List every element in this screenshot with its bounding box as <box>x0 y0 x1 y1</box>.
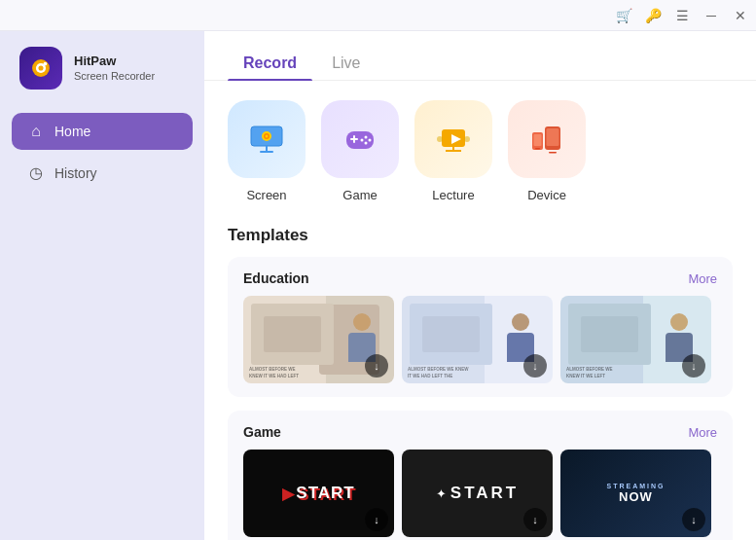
game-template-3[interactable]: STREAMING NOW ↓ <box>560 450 711 537</box>
home-icon: ⌂ <box>27 123 45 140</box>
download-game-1[interactable]: ↓ <box>365 508 388 531</box>
brand-sub: Screen Recorder <box>74 69 155 83</box>
device-label: Device <box>527 188 566 202</box>
close-icon[interactable]: ✕ <box>733 8 748 23</box>
main-content: Record Live Screen <box>204 31 756 540</box>
svg-rect-27 <box>534 134 542 146</box>
clock-icon: ◷ <box>27 163 45 182</box>
svg-point-16 <box>365 142 368 145</box>
menu-icon[interactable]: ☰ <box>674 8 690 23</box>
sidebar-item-home[interactable]: ⌂ Home <box>12 113 193 150</box>
game-label: Game <box>342 188 377 202</box>
education-items: ALMOST BEFORE WEKNEW IT WE HAD LEFT ↓ <box>243 296 717 383</box>
cart-icon[interactable]: 🛒 <box>616 8 631 23</box>
svg-point-10 <box>266 135 269 138</box>
record-option-game[interactable]: Game <box>321 100 399 202</box>
templates-title: Templates <box>228 226 733 245</box>
sidebar-history-label: History <box>54 165 97 181</box>
window-controls: 🛒 🔑 ☰ ─ ✕ <box>616 8 748 23</box>
svg-point-15 <box>369 139 372 142</box>
svg-rect-25 <box>547 128 559 146</box>
svg-point-23 <box>464 136 470 142</box>
svg-rect-13 <box>353 135 355 143</box>
record-options: Screen Game <box>204 81 756 222</box>
svg-point-3 <box>44 62 48 66</box>
lecture-label: Lecture <box>432 188 474 202</box>
sidebar-home-label: Home <box>54 124 90 139</box>
download-game-3[interactable]: ↓ <box>682 508 705 531</box>
category-header-education: Education More <box>243 270 717 286</box>
edu-template-1[interactable]: ALMOST BEFORE WEKNEW IT WE HAD LEFT ↓ <box>243 296 394 383</box>
device-option-icon <box>508 100 586 178</box>
sidebar: HitPaw Screen Recorder ⌂ Home ◷ History <box>0 0 204 540</box>
tab-record[interactable]: Record <box>228 47 312 80</box>
lecture-option-icon <box>414 100 492 178</box>
game-template-1[interactable]: ▶ START ↓ <box>243 450 394 537</box>
download-edu-2[interactable]: ↓ <box>523 354 547 378</box>
svg-point-22 <box>437 136 443 142</box>
category-name-game: Game <box>243 424 281 440</box>
brand-text: HitPaw Screen Recorder <box>74 54 155 83</box>
template-category-education: Education More ALMOST BEFORE WEKNEW IT W <box>228 257 733 397</box>
download-edu-3[interactable]: ↓ <box>682 354 705 378</box>
category-header-game: Game More <box>243 424 717 440</box>
brand: HitPaw Screen Recorder <box>0 31 204 113</box>
svg-point-14 <box>365 136 368 139</box>
category-name-education: Education <box>243 270 309 286</box>
category-more-game[interactable]: More <box>688 425 717 440</box>
record-option-device[interactable]: Device <box>508 100 586 202</box>
titlebar: 🛒 🔑 ☰ ─ ✕ <box>0 0 756 31</box>
tab-live[interactable]: Live <box>316 47 376 80</box>
svg-rect-7 <box>260 151 273 153</box>
template-category-game: Game More ▶ START ↓ ✦ START <box>228 411 733 540</box>
record-option-screen[interactable]: Screen <box>228 100 306 202</box>
download-game-2[interactable]: ↓ <box>523 508 547 531</box>
tabs-bar: Record Live <box>204 31 756 81</box>
minimize-icon[interactable]: ─ <box>703 8 719 23</box>
record-option-lecture[interactable]: Lecture <box>414 100 492 202</box>
edu-template-3[interactable]: Almost before weknew it we left ↓ <box>560 296 711 383</box>
svg-point-17 <box>361 139 364 142</box>
download-edu-1[interactable]: ↓ <box>365 354 388 378</box>
edu-template-2[interactable]: ALMOST BEFORE WE KNEWIT WE HAD LEFT THE … <box>402 296 553 383</box>
svg-point-2 <box>38 65 43 70</box>
templates-section: Templates Education More <box>204 222 756 540</box>
sidebar-item-history[interactable]: ◷ History <box>12 154 193 192</box>
brand-logo <box>19 47 62 90</box>
screen-label: Screen <box>246 188 286 202</box>
game-template-2[interactable]: ✦ START ↓ <box>402 450 553 537</box>
svg-rect-28 <box>535 148 540 150</box>
sidebar-nav: ⌂ Home ◷ History <box>0 113 204 192</box>
category-more-education[interactable]: More <box>688 271 717 286</box>
key-icon[interactable]: 🔑 <box>645 8 661 23</box>
game-items: ▶ START ↓ ✦ START ↓ STREAMING <box>243 450 717 537</box>
brand-name: HitPaw <box>74 54 155 69</box>
screen-option-icon <box>228 100 306 178</box>
svg-rect-29 <box>549 152 557 154</box>
game-option-icon <box>321 100 399 178</box>
